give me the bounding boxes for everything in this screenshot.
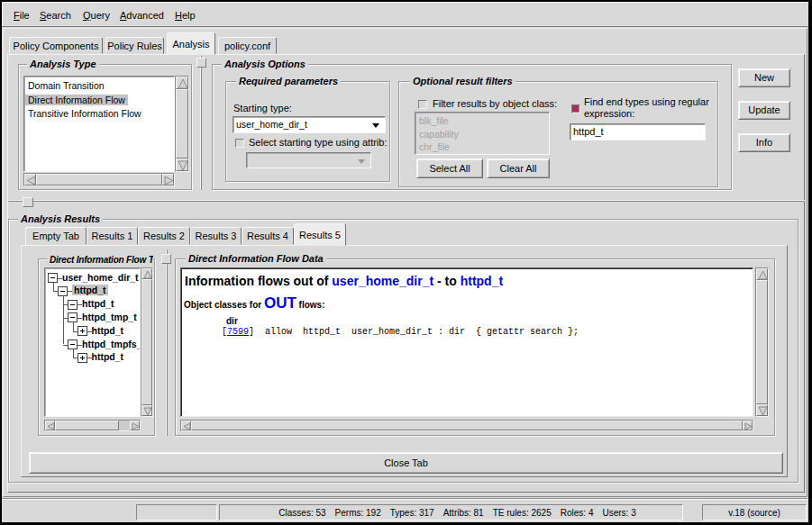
- stat-value: 53: [315, 508, 325, 518]
- analysis-results-caption: Analysis Results: [18, 213, 103, 225]
- analysis-type-frame: Analysis Type: [18, 64, 192, 190]
- info-button[interactable]: Info: [738, 133, 790, 152]
- stat-value: 317: [419, 508, 434, 518]
- top-pane-sash-handle[interactable]: [196, 58, 206, 68]
- results-pane-sash-handle[interactable]: [161, 254, 171, 264]
- stat-label: Classes:: [278, 508, 313, 518]
- stat-value: 81: [474, 508, 484, 518]
- menu-query[interactable]: Query: [83, 10, 110, 21]
- top-pane-sash[interactable]: [200, 56, 202, 190]
- menu-search[interactable]: Search: [40, 10, 71, 21]
- flow-tree-caption: Direct Information Flow Tree: [47, 254, 153, 266]
- flow-tree-frame: Direct Information Flow Tree: [38, 258, 155, 436]
- optional-filters-caption: Optional result filters: [410, 76, 515, 87]
- flow-data-frame: Direct Information Flow Data: [175, 258, 775, 436]
- tab-results-4[interactable]: Results 4: [242, 227, 294, 245]
- main-pane-sash-handle[interactable]: [23, 197, 33, 207]
- tab-results-1[interactable]: Results 1: [87, 227, 138, 245]
- required-parameters-caption: Required parameters: [236, 76, 341, 87]
- menu-help[interactable]: Help: [175, 10, 196, 21]
- tab-policy-rules[interactable]: Policy Rules: [105, 37, 164, 54]
- menu-file[interactable]: File: [14, 10, 30, 21]
- stat-label: TE rules:: [493, 508, 529, 518]
- tab-results-2[interactable]: Results 2: [138, 227, 190, 245]
- stat-value: 4: [588, 508, 594, 518]
- tab-results-3[interactable]: Results 3: [190, 227, 242, 245]
- stat-users: Users: 3: [602, 508, 635, 518]
- main-pane-sash[interactable]: [8, 200, 805, 202]
- stat-types: Types: 317: [390, 508, 434, 518]
- tab-analysis[interactable]: Analysis: [167, 32, 215, 55]
- required-parameters-frame: Required parameters: [225, 81, 390, 182]
- window-border-right: [808, 0, 812, 525]
- new-button[interactable]: New: [738, 68, 790, 87]
- stat-label: Attribs:: [443, 508, 471, 518]
- menu-advanced[interactable]: Advanced: [120, 10, 164, 21]
- stat-label: Types:: [390, 508, 416, 518]
- policy-stats: Classes: 53Perms: 192Types: 317Attribs: …: [266, 508, 635, 518]
- stat-value: 2625: [531, 508, 551, 518]
- stat-value: 192: [366, 508, 381, 518]
- status-segment-stats: Classes: 53Perms: 192Types: 317Attribs: …: [219, 504, 683, 520]
- tab-policy-components[interactable]: Policy Components: [9, 37, 103, 54]
- stat-value: 3: [631, 508, 636, 518]
- window-border-left: [0, 0, 2, 525]
- stat-label: Roles:: [561, 508, 586, 518]
- optional-filters-frame: Optional result filters: [398, 81, 718, 187]
- flow-data-caption: Direct Information Flow Data: [186, 253, 326, 265]
- status-segment-version: v.18 (source): [702, 504, 807, 520]
- stat-te-rules: TE rules: 2625: [493, 508, 552, 518]
- update-button[interactable]: Update: [738, 101, 790, 120]
- stat-attribs: Attribs: 81: [443, 508, 484, 518]
- stat-roles: Roles: 4: [561, 508, 594, 518]
- status-bar: Classes: 53Perms: 192Types: 317Attribs: …: [2, 498, 810, 522]
- stat-perms: Perms: 192: [335, 508, 381, 518]
- stat-label: Users:: [602, 508, 628, 518]
- policy-version: v.18 (source): [728, 508, 780, 518]
- tab-empty-tab[interactable]: Empty Tab: [25, 227, 87, 245]
- tab-policy-conf[interactable]: policy.conf: [218, 37, 277, 54]
- apol-window: FileSearchQueryAdvancedHelp Policy Compo…: [0, 0, 812, 525]
- tab-results-5[interactable]: Results 5: [294, 223, 346, 246]
- status-segment-empty: [136, 504, 217, 520]
- analysis-options-caption: Analysis Options: [222, 59, 308, 70]
- menu-bar: FileSearchQueryAdvancedHelp: [2, 2, 810, 27]
- stat-classes: Classes: 53: [278, 508, 325, 518]
- analysis-type-caption: Analysis Type: [27, 59, 99, 70]
- stat-label: Perms:: [335, 508, 364, 518]
